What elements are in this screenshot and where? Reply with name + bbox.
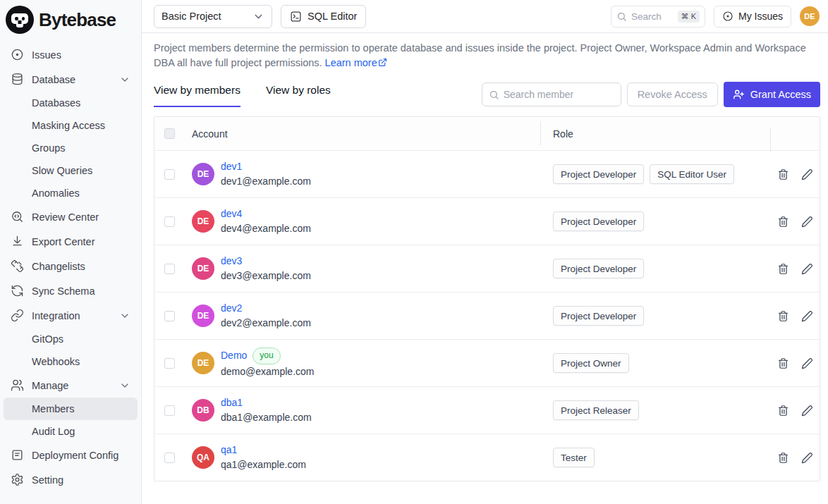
learn-more-link[interactable]: Learn more: [325, 57, 377, 68]
role-badges: Project Developer: [540, 211, 771, 231]
sidebar-item-label: Sync Schema: [32, 285, 130, 297]
role-badge: Tester: [553, 448, 595, 467]
edit-member-icon[interactable]: [801, 357, 813, 369]
bytebase-logo[interactable]: Bytebase: [0, 0, 141, 38]
delete-member-icon[interactable]: [777, 310, 789, 322]
sql-editor-button[interactable]: SQL Editor: [281, 5, 366, 28]
member-name-link[interactable]: Demo: [221, 348, 247, 363]
sidebar-item-gitops[interactable]: GitOps: [4, 328, 138, 350]
table-row: DE dev2 dev2@example.com Project Develop…: [154, 292, 820, 339]
main-content: Project members determine the permission…: [142, 33, 828, 504]
delete-member-icon[interactable]: [777, 405, 789, 417]
member-email: dev4@example.com: [221, 221, 311, 236]
delete-member-icon[interactable]: [777, 452, 789, 464]
sidebar-item-manage[interactable]: Manage: [4, 373, 138, 398]
user-avatar[interactable]: DE: [800, 6, 820, 26]
tab-view-by-roles[interactable]: View by roles: [266, 84, 331, 107]
sidebar-item-changelists[interactable]: Changelists: [4, 254, 138, 278]
sidebar-item-review-center[interactable]: Review Center: [4, 204, 138, 229]
row-checkbox[interactable]: [164, 405, 175, 416]
sidebar-item-sync-schema[interactable]: Sync Schema: [4, 278, 138, 303]
sidebar-item-slow-queries[interactable]: Slow Queries: [4, 159, 138, 182]
sidebar-item-integration[interactable]: Integration: [4, 303, 138, 328]
delete-member-icon[interactable]: [777, 168, 789, 180]
sidebar-item-deployment-config[interactable]: Deployment Config: [4, 443, 138, 467]
member-name-link[interactable]: dev2: [221, 301, 242, 316]
sidebar-item-database[interactable]: Database: [4, 67, 138, 92]
edit-member-icon[interactable]: [801, 263, 813, 275]
database-icon: [11, 73, 24, 86]
delete-member-icon[interactable]: [777, 263, 789, 275]
member-name-link[interactable]: dev4: [221, 207, 242, 221]
table-header-row: Account Role: [154, 117, 820, 150]
row-checkbox[interactable]: [164, 311, 175, 321]
member-name-link[interactable]: dev3: [221, 254, 242, 269]
members-description: Project members determine the permission…: [154, 41, 817, 70]
member-name-link[interactable]: dev1: [221, 159, 242, 174]
avatar: QA: [192, 446, 214, 469]
edit-member-icon[interactable]: [801, 216, 813, 228]
sidebar-item-setting[interactable]: Setting: [4, 467, 138, 492]
sidebar-item-label: Members: [32, 403, 74, 414]
sidebar-item-label: Databases: [32, 97, 80, 109]
edit-member-icon[interactable]: [801, 405, 813, 417]
users-icon: [11, 379, 24, 392]
sidebar-item-issues[interactable]: Issues: [4, 42, 138, 67]
tab-view-by-members[interactable]: View by members: [154, 84, 241, 107]
link-icon: [11, 309, 24, 322]
chevron-down-icon: [119, 380, 130, 391]
circle-dot-icon: [722, 11, 733, 22]
select-all-checkbox[interactable]: [164, 128, 175, 139]
table-row: QA qa1 qa1@example.com Tester: [154, 434, 820, 481]
chevron-down-icon: [252, 11, 264, 23]
sidebar-item-label: Slow Queries: [32, 165, 92, 176]
row-checkbox[interactable]: [164, 216, 175, 227]
search-placeholder: Search: [631, 11, 674, 22]
grant-access-button[interactable]: Grant Access: [724, 82, 820, 107]
delete-member-icon[interactable]: [777, 216, 789, 228]
member-name-link[interactable]: dba1: [221, 395, 243, 410]
global-search-input[interactable]: Search ⌘ K: [611, 6, 705, 27]
sidebar: Bytebase Issues Database Databases Maski…: [0, 0, 142, 504]
bytebase-logo-icon: [6, 6, 34, 34]
sidebar-item-label: Review Center: [32, 211, 130, 223]
refresh-icon: [11, 284, 24, 297]
search-icon: [489, 90, 499, 100]
row-checkbox[interactable]: [164, 169, 175, 180]
table-row: DE Demo you demo@example.com Project Own…: [154, 339, 820, 386]
sidebar-item-masking-access[interactable]: Masking Access: [4, 114, 138, 137]
role-badge: Project Developer: [553, 211, 644, 231]
sidebar-item-audit-log[interactable]: Audit Log: [4, 420, 138, 443]
sidebar-item-label: Webhooks: [32, 356, 80, 367]
pencil-ruler-icon: [11, 259, 24, 273]
row-checkbox[interactable]: [164, 264, 175, 274]
file-list-icon: [11, 448, 24, 462]
delete-member-icon[interactable]: [777, 357, 789, 369]
sql-editor-label: SQL Editor: [308, 11, 357, 22]
sidebar-item-webhooks[interactable]: Webhooks: [4, 350, 138, 373]
row-checkbox[interactable]: [164, 453, 175, 463]
revoke-access-button[interactable]: Revoke Access: [627, 82, 718, 106]
project-select-value: Basic Project: [162, 11, 252, 22]
sidebar-item-export-center[interactable]: Export Center: [4, 229, 138, 254]
sidebar-item-groups[interactable]: Groups: [4, 137, 138, 159]
row-checkbox[interactable]: [164, 358, 175, 369]
member-email: dev3@example.com: [221, 269, 311, 283]
edit-member-icon[interactable]: [801, 452, 813, 464]
sidebar-item-label: Setting: [32, 474, 130, 486]
edit-member-icon[interactable]: [801, 310, 813, 322]
edit-member-icon[interactable]: [801, 168, 813, 180]
description-text: Project members determine the permission…: [154, 42, 806, 68]
search-member-input[interactable]: [504, 89, 614, 100]
sidebar-item-members[interactable]: Members: [4, 398, 138, 420]
project-select[interactable]: Basic Project: [154, 5, 272, 28]
my-issues-button[interactable]: My Issues: [714, 6, 791, 27]
sidebar-item-anomalies[interactable]: Anomalies: [4, 182, 138, 204]
grant-access-label: Grant Access: [750, 89, 811, 100]
role-badges: Project Developer: [540, 259, 771, 278]
sidebar-item-databases[interactable]: Databases: [4, 92, 138, 114]
member-name-link[interactable]: qa1: [221, 443, 237, 457]
download-icon: [11, 235, 24, 248]
role-badge: Project Owner: [553, 353, 629, 373]
review-search-icon: [11, 210, 24, 223]
